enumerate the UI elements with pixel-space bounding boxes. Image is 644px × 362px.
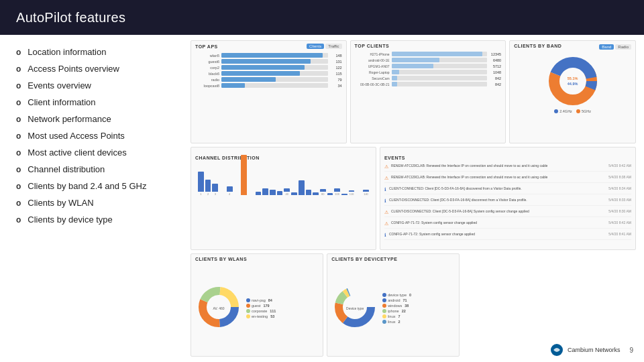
top-aps-tabs[interactable]: Clients Traffic — [307, 44, 342, 49]
channel-bar — [284, 188, 290, 192]
clients-by-device-widget: CLIENTS BY DEVICETYPE Device type — [327, 253, 460, 357]
device-legend-value: 0 — [409, 293, 411, 297]
top-client-row: 00-0B-00-3C-0B-21 842 — [355, 82, 502, 86]
wlan-legend-value: 53 — [270, 314, 274, 318]
event-row: ⚠ RENEW-ATCI29CLAB: Renewed the Interfac… — [384, 162, 631, 172]
page-title: AutoPilot features — [16, 10, 125, 25]
channel-label: 100 — [335, 192, 339, 196]
events-list: ⚠ RENEW-ATCI29CLAB: Renewed the Interfac… — [384, 162, 631, 240]
client-bar-track — [392, 64, 488, 68]
band-radio-tabs[interactable]: Band Radio — [599, 44, 631, 50]
tab-clients[interactable]: Clients — [307, 44, 324, 49]
list-label: Most used Access Points — [28, 131, 125, 141]
top-ap-row: radio 79 — [195, 77, 342, 82]
top-ap-row: wlan5 148 — [195, 53, 342, 58]
event-row: ⚠ CONFIG-AP-71-72: System config sensor … — [384, 219, 631, 229]
bullet: o — [16, 98, 21, 107]
bullet: o — [16, 148, 21, 158]
channel-bar-wrap — [248, 195, 254, 196]
channel-bar-wrap — [299, 180, 305, 196]
client-bar-track — [392, 82, 488, 86]
device-legend-dot — [382, 314, 386, 318]
logo-text: Cambium Networks — [568, 347, 621, 353]
event-text: CONFIG-AP-71-72: System config sensor ch… — [391, 221, 595, 225]
channel-bar-wrap — [291, 192, 297, 196]
cambium-logo-icon — [550, 343, 564, 357]
bullet: o — [16, 64, 21, 74]
top-ap-row: guest6 131 — [195, 59, 342, 64]
tab-traffic[interactable]: Traffic — [325, 44, 341, 49]
channel-bar — [363, 190, 369, 192]
client-label: 00-0B-00-3C-0B-21 — [355, 82, 390, 86]
channel-bar — [270, 190, 276, 195]
wlan-legend: navi-psg 84 guest 179 corporate 111 en-t… — [246, 298, 276, 318]
channel-bar — [313, 192, 319, 195]
channel-bar — [334, 188, 340, 192]
device-donut-container: Device type — [331, 284, 378, 333]
tab-radio[interactable]: Radio — [615, 44, 631, 50]
channel-bar — [341, 194, 347, 195]
clients-by-band-title: CLIENTS BY BAND — [514, 44, 561, 48]
channel-bar — [205, 180, 211, 192]
ap-label: radio — [195, 78, 219, 82]
top-ap-row: black6 115 — [195, 71, 342, 76]
top-client-row: Roger-Laptop 1048 — [355, 70, 502, 74]
event-time: 5/4/20 8:41 AM — [598, 232, 631, 236]
device-legend-dot — [382, 304, 386, 308]
list-item: oClients by device type — [16, 215, 172, 225]
event-row: ⚠ CLIENT-DISCONNECTED: Client [DC-5-D3-F… — [384, 208, 631, 217]
wlan-legend-item: guest 179 — [246, 304, 276, 308]
top-clients-widget: TOP CLIENTS H271-iPhone 12345 android-00… — [350, 40, 506, 143]
client-bar-fill — [392, 58, 439, 62]
device-legend-label: linux — [388, 320, 395, 324]
channel-label: 4 — [229, 192, 230, 196]
client-value: 1048 — [489, 70, 501, 74]
bullet: o — [16, 131, 21, 141]
top-clients-header: TOP CLIENTS — [355, 44, 502, 50]
client-bar-track — [392, 52, 488, 56]
channel-bar — [277, 191, 283, 195]
channel-bar — [327, 193, 333, 195]
event-icon: ⚠ — [384, 164, 388, 170]
client-bar-track — [392, 58, 488, 62]
top-aps-title: TOP APS — [195, 44, 218, 49]
channel-label: 140 — [364, 192, 368, 196]
bullet: o — [16, 165, 21, 174]
bullet: o — [16, 198, 21, 208]
clients-by-band-widget: CLIENTS BY BAND Band Radio 55. — [509, 40, 636, 143]
client-label: H271-iPhone — [355, 52, 390, 56]
channel-bar-wrap — [270, 190, 276, 196]
channel-bar-wrap: 4 — [227, 186, 233, 196]
list-label: Clients by device type — [28, 215, 112, 225]
ap-label: wlan5 — [195, 54, 219, 58]
event-text: RENEW-ATCI29CLAB: Renewed the Interface … — [391, 164, 595, 168]
top-clients-title: TOP CLIENTS — [355, 44, 390, 48]
list-label: Events overview — [28, 80, 91, 90]
ap-value: 34 — [330, 84, 342, 88]
event-icon: ⚠ — [384, 221, 388, 227]
pct-2g: 44.9% — [568, 82, 578, 86]
channel-bar-wrap — [241, 155, 247, 196]
row-3: CLIENTS BY WLANS AV. 460 navi — [191, 253, 636, 357]
band-donut-container: 55.1% 44.9% — [546, 54, 600, 108]
events-widget: EVENTS ⚠ RENEW-ATCI29CLAB: Renewed the I… — [380, 147, 636, 250]
legend-dot-5ghz — [576, 109, 580, 113]
channel-bar-wrap — [327, 193, 333, 196]
channel-bar — [198, 172, 204, 192]
list-item: oMost used Access Points — [16, 131, 172, 141]
client-bar-track — [392, 70, 488, 74]
wlan-total: AV. 460 — [208, 306, 229, 310]
page-number: 9 — [629, 347, 633, 354]
channel-bar — [349, 190, 355, 192]
ap-bar-track — [221, 59, 328, 64]
tab-band[interactable]: Band — [599, 44, 614, 50]
ap-value: 131 — [330, 60, 342, 64]
legend-2ghz: 2.4GHz — [554, 109, 572, 113]
device-legend-value: 71 — [402, 298, 407, 302]
list-item: oLocation information — [16, 47, 172, 57]
footer: Cambium Networks 9 — [550, 343, 633, 357]
list-item: oChannel distribution — [16, 164, 172, 174]
event-row: ℹ CONFIG-AP-71-72: System config sensor … — [384, 231, 631, 240]
ap-bar-fill — [221, 65, 305, 70]
device-legend-dot — [382, 309, 386, 313]
